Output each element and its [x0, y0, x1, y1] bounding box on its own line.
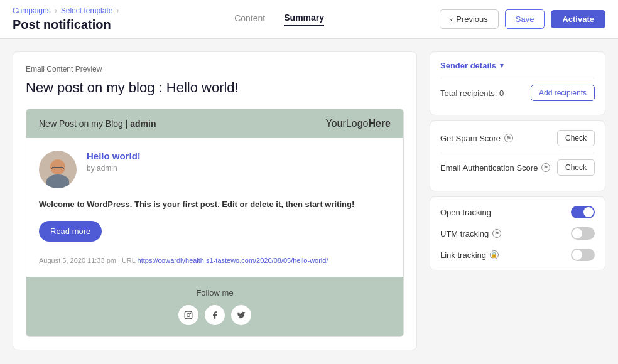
link-tracking-label: Link tracking 🔒	[440, 250, 499, 260]
breadcrumb-sep1: ›	[55, 6, 57, 15]
recipients-label: Total recipients: 0	[440, 88, 504, 98]
email-subject: New post on my blog : Hello world!	[26, 80, 404, 96]
email-frame: New Post on my Blog | admin YourLogoHere	[26, 109, 404, 337]
post-row: Hello world! by admin	[39, 151, 391, 188]
spam-info-icon[interactable]: ⚑	[504, 134, 513, 142]
score-section: Get Spam Score ⚑ Check Email Authenticat…	[430, 120, 605, 191]
divider	[440, 78, 595, 78]
post-date: August 5, 2020 11:33 pm	[39, 257, 116, 264]
email-body: Hello world! by admin Welcome to WordPre…	[26, 138, 403, 277]
page-title: Post notification	[13, 18, 119, 32]
facebook-icon[interactable]	[205, 305, 225, 325]
blog-author: admin	[130, 119, 156, 129]
previous-button-label: Previous	[456, 14, 488, 24]
svg-point-1	[187, 313, 190, 316]
avatar-figure	[46, 158, 70, 188]
social-icons	[39, 305, 391, 325]
logo-text: YourLogo	[326, 118, 369, 129]
link-tracking-text: Link tracking	[440, 250, 486, 260]
sender-section: Sender details ▾ Total recipients: 0 Add…	[430, 51, 605, 115]
breadcrumb-select-template[interactable]: Select template	[61, 6, 113, 15]
auth-score-row: Email Authentication Score ⚑ Check	[440, 159, 595, 176]
add-recipients-button[interactable]: Add recipients	[531, 85, 595, 101]
utm-info-icon[interactable]: ⚑	[492, 229, 501, 238]
spam-check-button[interactable]: Check	[557, 130, 595, 146]
breadcrumb-campaigns[interactable]: Campaigns	[13, 6, 51, 15]
previous-button[interactable]: ‹ Previous	[440, 9, 499, 29]
left-panel: Email Content Preview New post on my blo…	[13, 51, 417, 350]
avatar-glasses	[52, 167, 64, 169]
utm-tracking-toggle[interactable]	[571, 227, 595, 240]
utm-tracking-text: UTM tracking	[440, 229, 489, 238]
spam-score-row: Get Spam Score ⚑ Check	[440, 130, 595, 146]
auth-score-text: Email Authentication Score	[440, 163, 538, 173]
activate-button[interactable]: Activate	[551, 10, 605, 28]
right-panel: Sender details ▾ Total recipients: 0 Add…	[430, 51, 605, 350]
open-tracking-text: Open tracking	[440, 208, 491, 217]
total-recipients-label: Total recipients:	[440, 88, 497, 98]
post-info: Hello world! by admin	[87, 151, 141, 173]
instagram-icon[interactable]	[178, 305, 198, 325]
email-header-logo: YourLogoHere	[326, 118, 391, 129]
post-author: by admin	[87, 164, 141, 173]
save-button[interactable]: Save	[505, 9, 545, 29]
svg-rect-0	[185, 311, 192, 319]
recipients-row: Total recipients: 0 Add recipients	[440, 85, 595, 101]
open-tracking-toggle[interactable]	[571, 206, 595, 218]
post-excerpt: Welcome to WordPress. This is your first…	[39, 198, 391, 211]
total-recipients-value: 0	[499, 88, 504, 98]
logo-bold: Here	[368, 118, 391, 129]
auth-score-label: Email Authentication Score ⚑	[440, 163, 550, 173]
utm-tracking-label: UTM tracking ⚑	[440, 229, 501, 238]
tracking-section: Open tracking UTM tracking ⚑ Link tracki…	[430, 196, 605, 270]
email-preview-label: Email Content Preview	[26, 65, 404, 73]
link-tracking-toggle[interactable]	[571, 249, 595, 261]
blog-name: New Post on my Blog |	[39, 119, 127, 129]
breadcrumb-sep2: ›	[116, 6, 119, 15]
follow-label: Follow me	[39, 288, 391, 297]
top-bar: Campaigns › Select template › Post notif…	[0, 0, 618, 39]
link-tracking-row: Link tracking 🔒	[440, 249, 595, 261]
sender-details-label: Sender details	[440, 61, 496, 70]
sender-details-toggle[interactable]: Sender details ▾	[440, 61, 595, 70]
main-content: Email Content Preview New post on my blo…	[0, 39, 618, 363]
left-header: Campaigns › Select template › Post notif…	[13, 6, 119, 32]
email-header-title: New Post on my Blog | admin	[39, 119, 156, 129]
nav-tabs: Content Summary	[234, 13, 324, 26]
twitter-icon[interactable]	[231, 305, 251, 325]
link-info-icon[interactable]: 🔒	[490, 250, 499, 259]
post-url-label: URL	[122, 257, 136, 264]
tab-summary[interactable]: Summary	[284, 13, 324, 26]
post-url-link[interactable]: https://cowardlyhealth.s1-tastewo.com/20…	[138, 257, 328, 264]
auth-info-icon[interactable]: ⚑	[541, 163, 550, 172]
post-meta: August 5, 2020 11:33 pm | URL https://co…	[39, 257, 391, 264]
avatar	[39, 151, 77, 188]
spam-score-text: Get Spam Score	[440, 134, 501, 143]
read-more-button[interactable]: Read more	[39, 221, 102, 242]
email-footer: Follow me	[26, 277, 403, 336]
avatar-body	[46, 174, 69, 188]
top-actions: ‹ Previous Save Activate	[440, 9, 605, 29]
utm-tracking-row: UTM tracking ⚑	[440, 227, 595, 240]
chevron-left-icon: ‹	[450, 14, 453, 24]
open-tracking-row: Open tracking	[440, 206, 595, 218]
email-header: New Post on my Blog | admin YourLogoHere	[26, 109, 403, 138]
divider2	[440, 153, 595, 153]
auth-check-button[interactable]: Check	[557, 159, 595, 176]
spam-score-label: Get Spam Score ⚑	[440, 134, 513, 143]
breadcrumb: Campaigns › Select template ›	[13, 6, 119, 15]
tab-content[interactable]: Content	[234, 13, 265, 26]
post-title: Hello world!	[87, 151, 141, 161]
svg-point-2	[190, 313, 191, 313]
open-tracking-label: Open tracking	[440, 208, 491, 217]
chevron-down-icon: ▾	[500, 62, 504, 70]
